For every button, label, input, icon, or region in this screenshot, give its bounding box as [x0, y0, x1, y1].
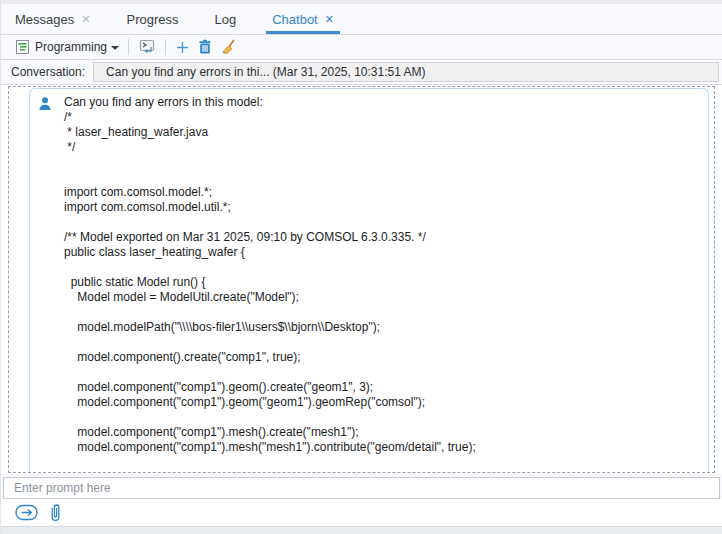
clear-conversation-broom-icon	[220, 39, 236, 55]
mode-label: Programming	[35, 40, 107, 54]
close-icon[interactable]: ✕	[81, 13, 90, 26]
close-icon[interactable]: ✕	[325, 13, 334, 26]
tab-log-label: Log	[215, 12, 237, 27]
prompt-action-row	[1, 499, 722, 526]
user-person-icon	[37, 96, 53, 112]
clear-conversation-button[interactable]	[216, 37, 240, 57]
tab-chatbot[interactable]: Chatbot ✕	[272, 4, 334, 34]
run-in-console-button[interactable]	[134, 37, 160, 57]
toolbar-separator	[128, 39, 129, 55]
chat-focus-border: Can you find any errors in this model: /…	[8, 86, 715, 473]
tab-progress[interactable]: Progress	[126, 4, 178, 34]
tab-chatbot-label: Chatbot	[272, 12, 318, 27]
conversation-label: Conversation:	[11, 65, 85, 79]
prompt-placeholder: Enter prompt here	[14, 481, 111, 495]
user-message-text: Can you find any errors in this model: /…	[64, 95, 700, 473]
tab-messages[interactable]: Messages ✕	[15, 4, 90, 34]
conversation-row: Conversation: Can you find any errors in…	[1, 60, 722, 85]
conversation-select[interactable]: Can you find any errors in thi... (Mar 3…	[93, 62, 719, 82]
programming-mode-dropdown[interactable]: Programming	[11, 37, 123, 57]
chevron-down-icon	[111, 46, 119, 50]
conversation-selected-value: Can you find any errors in thi... (Mar 3…	[106, 65, 426, 79]
avatar	[37, 95, 64, 473]
user-message-bubble: Can you find any errors in this model: /…	[29, 88, 709, 473]
tab-bar: Messages ✕ Progress Log Chatbot ✕	[1, 4, 722, 35]
toolbar-separator	[165, 39, 166, 55]
prompt-input[interactable]: Enter prompt here	[3, 477, 720, 499]
tab-progress-label: Progress	[126, 12, 178, 27]
send-button[interactable]	[15, 504, 39, 521]
programming-document-icon	[15, 39, 30, 55]
chatbot-panel: Messages ✕ Progress Log Chatbot ✕ Prog	[0, 0, 722, 534]
new-conversation-button[interactable]	[171, 37, 194, 57]
delete-conversation-button[interactable]	[194, 37, 216, 57]
run-in-console-icon	[138, 39, 156, 55]
attach-paperclip-icon[interactable]	[49, 503, 62, 523]
delete-conversation-icon	[198, 39, 212, 55]
add-conversation-icon	[175, 40, 190, 55]
tab-messages-label: Messages	[15, 12, 74, 27]
tab-log[interactable]: Log	[215, 4, 237, 34]
chatbot-toolbar: Programming	[1, 35, 722, 60]
chat-history-area[interactable]: Can you find any errors in this model: /…	[1, 85, 722, 474]
panel-bottom-strip	[1, 526, 722, 534]
